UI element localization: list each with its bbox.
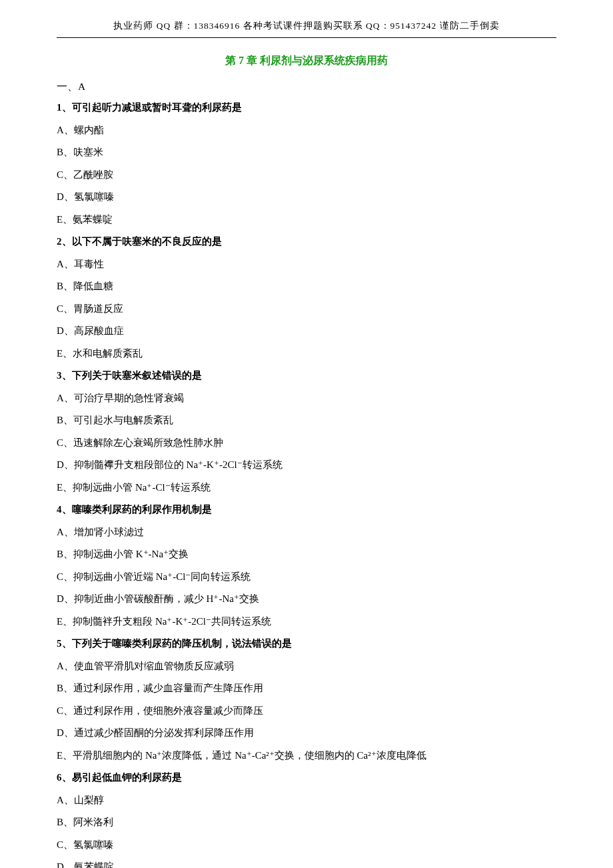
- option: D、抑制髓襻升支粗段部位的 Na⁺-K⁺-2Cl⁻转运系统: [57, 457, 556, 474]
- option: B、降低血糖: [57, 278, 556, 295]
- questions-container: 1、可引起听力减退或暂时耳聋的利尿药是A、螺内酯B、呋塞米C、乙酰唑胺D、氢氯噻…: [57, 99, 556, 868]
- option: B、可引起水与电解质紊乱: [57, 412, 556, 429]
- option: C、氢氯噻嗪: [57, 837, 556, 854]
- option: B、阿米洛利: [57, 814, 556, 831]
- option: D、通过减少醛固酮的分泌发挥利尿降压作用: [57, 725, 556, 742]
- option: D、高尿酸血症: [57, 323, 556, 340]
- question-stem: 4、噻嗪类利尿药的利尿作用机制是: [57, 501, 556, 519]
- question-stem: 5、下列关于噻嗪类利尿药的降压机制，说法错误的是: [57, 635, 556, 653]
- page-header: 执业药师 QQ 群：138346916 各种考试课件押题购买联系 QQ：9514…: [57, 20, 556, 32]
- option: A、可治疗早期的急性肾衰竭: [57, 390, 556, 407]
- option: B、呋塞米: [57, 144, 556, 161]
- section-label: 一、A: [57, 80, 556, 94]
- question-stem: 1、可引起听力减退或暂时耳聋的利尿药是: [57, 99, 556, 117]
- option: C、迅速解除左心衰竭所致急性肺水肿: [57, 435, 556, 452]
- question-stem: 6、易引起低血钾的利尿药是: [57, 769, 556, 787]
- chapter-title: 第 7 章 利尿剂与泌尿系统疾病用药: [57, 54, 556, 68]
- option: B、通过利尿作用，减少血容量而产生降压作用: [57, 680, 556, 697]
- question-stem: 2、以下不属于呋塞米的不良反应的是: [57, 233, 556, 251]
- option: E、平滑肌细胞内的 Na⁺浓度降低，通过 Na⁺-Ca²⁺交换，使细胞内的 Ca…: [57, 747, 556, 765]
- option: A、螺内酯: [57, 122, 556, 139]
- option: E、抑制远曲小管 Na⁺-Cl⁻转运系统: [57, 479, 556, 497]
- question-stem: 3、下列关于呋塞米叙述错误的是: [57, 367, 556, 385]
- option: B、抑制远曲小管 K⁺-Na⁺交换: [57, 546, 556, 563]
- option: A、增加肾小球滤过: [57, 524, 556, 541]
- option: C、乙酰唑胺: [57, 167, 556, 184]
- option: A、使血管平滑肌对缩血管物质反应减弱: [57, 658, 556, 675]
- option: D、抑制近曲小管碳酸酐酶，减少 H⁺-Na⁺交换: [57, 591, 556, 608]
- option: C、通过利尿作用，使细胞外液容量减少而降压: [57, 703, 556, 720]
- option: C、胃肠道反应: [57, 301, 556, 318]
- option: D、氢氯噻嗪: [57, 189, 556, 206]
- header-rule: [57, 37, 556, 38]
- option: A、耳毒性: [57, 256, 556, 273]
- option: E、氨苯蝶啶: [57, 211, 556, 229]
- option: E、水和电解质紊乱: [57, 345, 556, 363]
- option: E、抑制髓袢升支粗段 Na⁺-K⁺-2Cl⁻共同转运系统: [57, 613, 556, 631]
- option: A、山梨醇: [57, 792, 556, 809]
- option: D、氨苯蝶啶: [57, 859, 556, 868]
- option: C、抑制远曲小管近端 Na⁺-Cl⁻同向转运系统: [57, 569, 556, 586]
